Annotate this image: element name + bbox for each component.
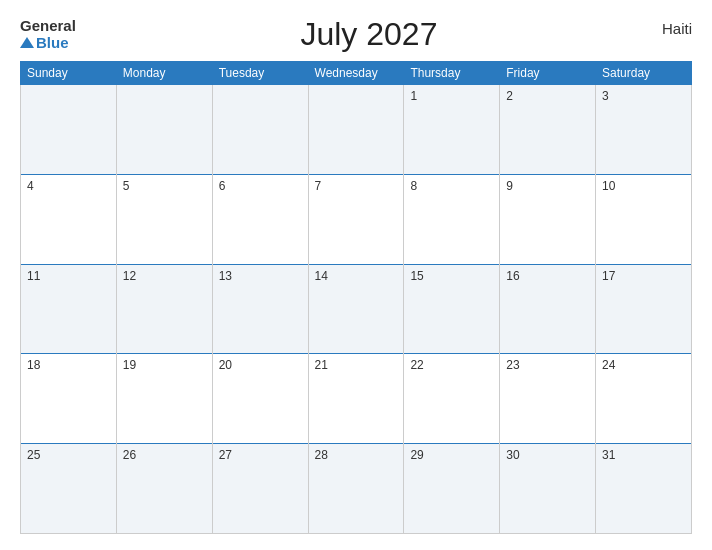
calendar-cell xyxy=(308,85,404,175)
calendar-cell: 9 xyxy=(500,174,596,264)
day-number: 30 xyxy=(506,448,519,462)
col-sunday: Sunday xyxy=(21,62,117,85)
day-number: 31 xyxy=(602,448,615,462)
calendar-cell: 5 xyxy=(116,174,212,264)
logo-general-text: General xyxy=(20,18,76,35)
calendar-cell: 7 xyxy=(308,174,404,264)
day-number: 18 xyxy=(27,358,40,372)
weekday-header-row: Sunday Monday Tuesday Wednesday Thursday… xyxy=(21,62,692,85)
calendar-cell: 10 xyxy=(596,174,692,264)
calendar-cell xyxy=(212,85,308,175)
calendar-cell: 4 xyxy=(21,174,117,264)
day-number: 7 xyxy=(315,179,322,193)
calendar-cell: 15 xyxy=(404,264,500,354)
calendar-week-row: 11121314151617 xyxy=(21,264,692,354)
col-saturday: Saturday xyxy=(596,62,692,85)
logo-blue-text: Blue xyxy=(20,35,76,52)
day-number: 24 xyxy=(602,358,615,372)
calendar-cell: 23 xyxy=(500,354,596,444)
calendar-week-row: 25262728293031 xyxy=(21,444,692,534)
day-number: 26 xyxy=(123,448,136,462)
calendar-cell: 27 xyxy=(212,444,308,534)
calendar-cell: 29 xyxy=(404,444,500,534)
calendar-cell: 21 xyxy=(308,354,404,444)
day-number: 6 xyxy=(219,179,226,193)
calendar-week-row: 123 xyxy=(21,85,692,175)
day-number: 21 xyxy=(315,358,328,372)
calendar-cell: 22 xyxy=(404,354,500,444)
col-wednesday: Wednesday xyxy=(308,62,404,85)
day-number: 23 xyxy=(506,358,519,372)
col-thursday: Thursday xyxy=(404,62,500,85)
calendar-cell xyxy=(116,85,212,175)
day-number: 14 xyxy=(315,269,328,283)
calendar-cell: 18 xyxy=(21,354,117,444)
day-number: 17 xyxy=(602,269,615,283)
header: General Blue July 2027 Haiti xyxy=(20,16,692,53)
day-number: 2 xyxy=(506,89,513,103)
calendar-table: Sunday Monday Tuesday Wednesday Thursday… xyxy=(20,61,692,534)
col-monday: Monday xyxy=(116,62,212,85)
calendar-cell: 25 xyxy=(21,444,117,534)
day-number: 13 xyxy=(219,269,232,283)
day-number: 11 xyxy=(27,269,40,283)
calendar-cell: 6 xyxy=(212,174,308,264)
day-number: 20 xyxy=(219,358,232,372)
day-number: 19 xyxy=(123,358,136,372)
day-number: 3 xyxy=(602,89,609,103)
calendar-cell: 12 xyxy=(116,264,212,354)
country-label: Haiti xyxy=(662,16,692,37)
day-number: 1 xyxy=(410,89,417,103)
col-tuesday: Tuesday xyxy=(212,62,308,85)
calendar-cell: 20 xyxy=(212,354,308,444)
calendar-cell: 28 xyxy=(308,444,404,534)
day-number: 9 xyxy=(506,179,513,193)
calendar-cell: 11 xyxy=(21,264,117,354)
calendar-cell: 30 xyxy=(500,444,596,534)
day-number: 5 xyxy=(123,179,130,193)
calendar-cell: 2 xyxy=(500,85,596,175)
calendar-cell: 16 xyxy=(500,264,596,354)
calendar-page: General Blue July 2027 Haiti Sunday Mond… xyxy=(0,0,712,550)
calendar-cell: 8 xyxy=(404,174,500,264)
calendar-cell: 3 xyxy=(596,85,692,175)
calendar-cell: 31 xyxy=(596,444,692,534)
logo-triangle-icon xyxy=(20,37,34,48)
day-number: 10 xyxy=(602,179,615,193)
calendar-cell xyxy=(21,85,117,175)
calendar-cell: 24 xyxy=(596,354,692,444)
day-number: 29 xyxy=(410,448,423,462)
day-number: 27 xyxy=(219,448,232,462)
day-number: 12 xyxy=(123,269,136,283)
calendar-cell: 14 xyxy=(308,264,404,354)
day-number: 4 xyxy=(27,179,34,193)
day-number: 8 xyxy=(410,179,417,193)
day-number: 16 xyxy=(506,269,519,283)
calendar-cell: 13 xyxy=(212,264,308,354)
calendar-cell: 17 xyxy=(596,264,692,354)
day-number: 15 xyxy=(410,269,423,283)
day-number: 28 xyxy=(315,448,328,462)
calendar-cell: 26 xyxy=(116,444,212,534)
calendar-week-row: 18192021222324 xyxy=(21,354,692,444)
logo: General Blue xyxy=(20,18,76,51)
col-friday: Friday xyxy=(500,62,596,85)
calendar-week-row: 45678910 xyxy=(21,174,692,264)
day-number: 25 xyxy=(27,448,40,462)
calendar-cell: 19 xyxy=(116,354,212,444)
day-number: 22 xyxy=(410,358,423,372)
calendar-title: July 2027 xyxy=(76,16,662,53)
calendar-cell: 1 xyxy=(404,85,500,175)
